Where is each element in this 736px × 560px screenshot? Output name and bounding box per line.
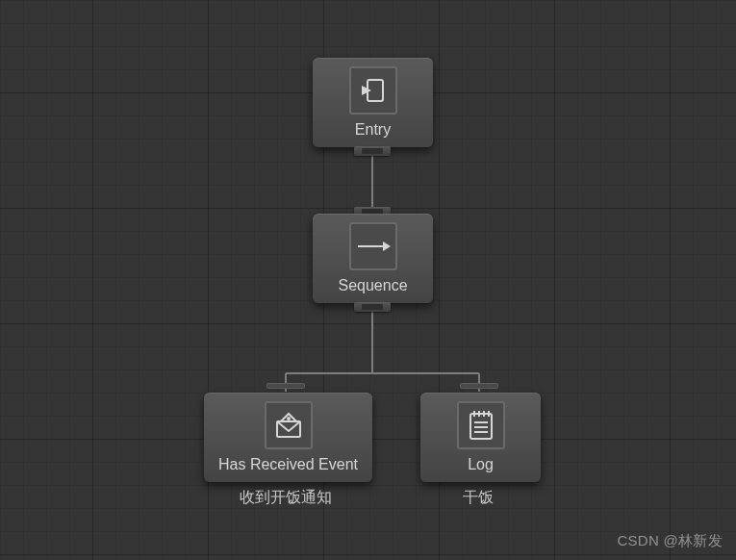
entry-node[interactable]: Entry (313, 58, 433, 147)
envelope-icon (265, 401, 313, 449)
has-received-event-node[interactable]: Has Received Event (204, 393, 372, 482)
has-received-event-label: Has Received Event (218, 456, 358, 473)
sequence-node[interactable]: Sequence (313, 214, 433, 303)
svg-marker-8 (383, 242, 391, 251)
sequence-label: Sequence (338, 277, 407, 294)
has-received-event-caption: 收到开饭通知 (204, 488, 368, 508)
svg-point-10 (287, 417, 291, 420)
has-received-event-in-port[interactable] (266, 383, 305, 389)
log-caption: 干饭 (420, 488, 536, 508)
entry-icon (349, 66, 397, 115)
log-label: Log (468, 456, 494, 473)
sequence-out-port[interactable] (354, 302, 391, 312)
log-in-port[interactable] (460, 383, 498, 389)
log-node[interactable]: Log (420, 393, 541, 482)
entry-out-port[interactable] (354, 146, 391, 156)
arrow-right-icon (349, 222, 397, 270)
notepad-icon (457, 401, 505, 449)
watermark-text: CSDN @林新发 (617, 532, 723, 550)
entry-label: Entry (355, 121, 391, 139)
